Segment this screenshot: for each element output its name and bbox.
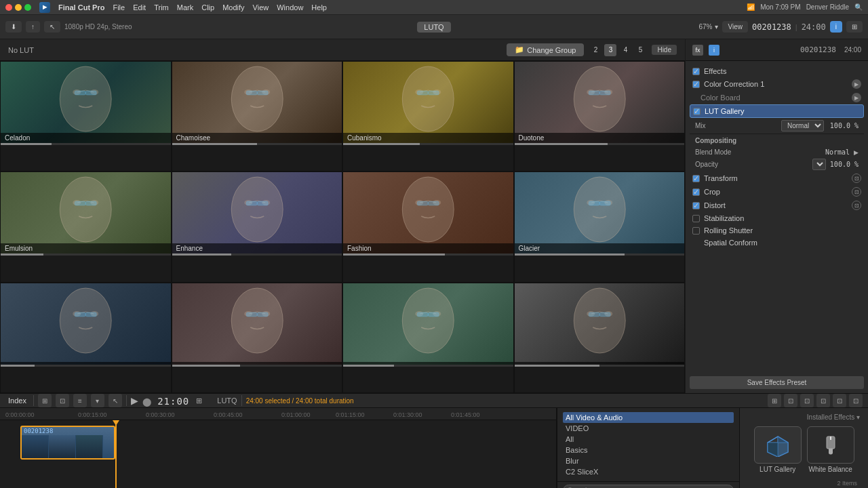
tl-icon-5[interactable]: ↖ [108,394,122,407]
stab-checkbox[interactable] [692,215,700,222]
lut-cell-emulsion[interactable]: Emulsion [0,171,172,282]
rs-checkbox[interactable] [692,227,700,235]
distort-item[interactable]: ✓ Distort ⊡ [690,199,864,212]
tl-right-1[interactable]: ⊞ [768,394,781,407]
bottom-content: 0:00:00:00 0:00:15:00 0:00:30:00 0:00:45… [0,408,868,488]
lut-progress-bar-6 [343,253,445,256]
menu-file[interactable]: File [113,3,125,12]
menu-view[interactable]: View [253,3,269,12]
distort-checkbox[interactable]: ✓ [692,202,700,209]
menu-clip[interactable]: Clip [201,3,214,12]
page-2[interactable]: 2 [589,44,601,56]
face-svg-10 [343,283,513,365]
effects-search-input[interactable] [563,485,734,488]
lut-label-1: Chamoisee [172,133,342,143]
menu-window[interactable]: Window [277,3,303,12]
page-5[interactable]: 5 [634,44,646,56]
lut-cell-duotone[interactable]: Duotone [514,61,686,171]
color-board-item[interactable]: Color Board ▶ [690,91,864,104]
save-effects-preset-button[interactable]: Save Effects Preset [690,376,864,389]
mix-select[interactable]: Normal [781,120,824,131]
inspector-icon-btn[interactable]: i [830,21,842,33]
lut-cell-fashion[interactable]: Fashion [342,171,514,282]
hide-button[interactable]: Hide [652,45,677,55]
tl-icon-3[interactable]: ≡ [73,394,87,407]
effects-tab-icon[interactable]: fx [692,45,703,56]
index-button[interactable]: Index [5,395,29,406]
info-tab-icon[interactable]: i [709,45,719,56]
effects-checkbox[interactable]: ✓ [692,68,700,75]
timeline-clip[interactable]: 00201238 [20,426,115,460]
zoom-control[interactable]: 67% ▾ [698,23,718,30]
panel-toggle-btn[interactable]: ⊞ [846,21,863,33]
tl-right-3[interactable]: ⊡ [800,394,814,407]
change-group-button[interactable]: 📁 Change Group [507,43,584,56]
lut-cell-10[interactable] [342,283,514,393]
tool-select[interactable]: ↖ [44,21,60,33]
play-button[interactable]: ▶ [131,395,138,406]
installed-effects-dropdown[interactable]: Installed Effects ▾ [807,413,860,421]
lut-cell-chamoisee[interactable]: Chamoisee [172,61,343,171]
cat-c2slicex[interactable]: C2 SliceX [563,466,734,477]
lut-cell-cubanismo[interactable]: Cubanismo [342,61,514,171]
transform-checkbox[interactable]: ✓ [692,175,700,182]
cc1-checkbox[interactable]: ✓ [692,81,700,88]
lut-cell-glacier[interactable]: Glacier [514,171,686,282]
lut-gallery-checkbox[interactable]: ✓ [693,108,701,115]
cat-effects[interactable]: All Video & Audio [563,412,734,423]
cat-all[interactable]: All [563,434,734,445]
rolling-shutter-item[interactable]: Rolling Shutter [690,224,864,237]
tl-right-4[interactable]: ⊡ [816,394,830,407]
menu-mark[interactable]: Mark [177,3,193,12]
tl-right-6[interactable]: ⊡ [849,394,863,407]
tl-icon-2[interactable]: ⊡ [56,394,69,407]
menu-app[interactable]: Final Cut Pro [58,3,104,12]
media-share-button[interactable]: ↑ [26,21,40,33]
cc1-arrow[interactable]: ▶ [852,79,861,89]
view-button[interactable]: View [722,21,748,33]
cat-basics[interactable]: Basics [563,445,734,455]
media-import-button[interactable]: ⬇ [5,21,22,33]
cat-all-video[interactable]: VIDEO [563,423,734,434]
color-correction-item[interactable]: ✓ Color Correction 1 ▶ [690,77,864,91]
tl-right-5[interactable]: ⊡ [833,394,846,407]
menu-trim[interactable]: Trim [154,3,169,12]
close-button[interactable] [5,4,12,11]
mix-value: 100.0 % [828,122,859,129]
menu-edit[interactable]: Edit [133,3,146,12]
page-3[interactable]: 3 [604,44,616,56]
spatial-conform-item[interactable]: Spatial Conform [690,237,864,249]
lut-cell-enhance[interactable]: Enhance [172,171,343,282]
svg-rect-24 [85,201,96,205]
lut-cell-8[interactable] [0,283,172,393]
svg-rect-54 [428,312,439,317]
stabilization-item[interactable]: Stabilization [690,212,864,224]
lut-gallery-item[interactable]: ✓ LUT Gallery [690,104,864,118]
white-balance-thumb[interactable]: White Balance [807,426,854,473]
page-4[interactable]: 4 [619,44,631,56]
right-panel: fx i 00201238 24:00 ✓ Effects ✓ Color Co… [685,39,868,393]
menu-help[interactable]: Help [311,3,327,12]
crop-item[interactable]: ✓ Crop ⊡ [690,185,864,199]
minimize-button[interactable] [15,4,22,11]
menu-modify[interactable]: Modify [222,3,244,12]
lut-gallery-thumb[interactable]: LUT Gallery [754,426,802,473]
tl-icon-1[interactable]: ⊞ [38,394,52,407]
tl-icon-4[interactable]: ▾ [91,394,104,407]
transform-item[interactable]: ✓ Transform ⊡ [690,171,864,185]
lut-cell-celadon[interactable]: Celadon [0,61,172,171]
opacity-select[interactable] [812,159,826,170]
distort-icon: ⊡ [852,201,861,210]
color-board-arrow[interactable]: ▶ [852,93,861,102]
playhead[interactable] [115,420,117,488]
expand-button[interactable]: ⊞ [193,395,205,407]
svg-rect-23 [75,201,85,205]
lut-cell-9[interactable] [172,283,343,393]
cat-blur[interactable]: Blur [563,455,734,466]
fullscreen-button[interactable] [24,4,31,11]
tl-right-2[interactable]: ⊡ [784,394,797,407]
crop-checkbox[interactable]: ✓ [692,188,700,196]
lut-cell-11[interactable] [514,283,686,393]
svg-point-15 [574,66,625,131]
tc-prefix: ⬤ [142,397,157,407]
